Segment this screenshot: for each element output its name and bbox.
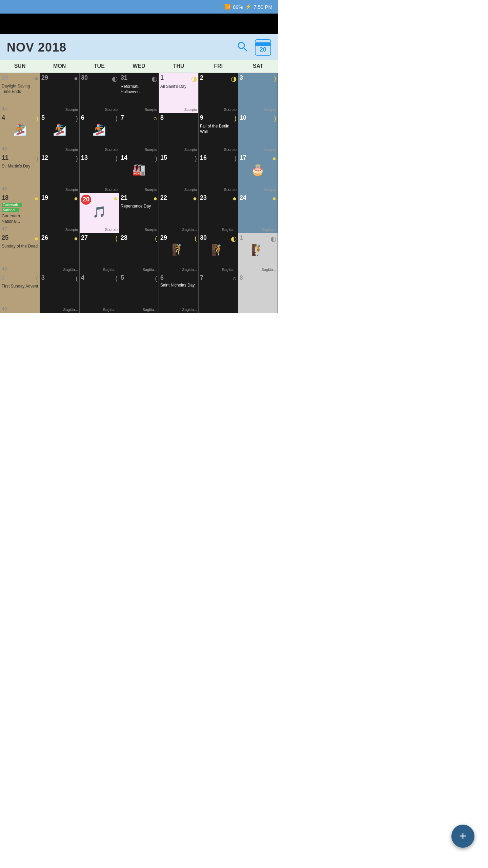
- moon-phase-icon: ●: [74, 75, 78, 82]
- moon-phase-icon: (: [195, 235, 197, 242]
- cell-date: 24: [240, 195, 246, 201]
- zodiac-label: Scorpio: [160, 107, 197, 112]
- cell-date: 5: [121, 275, 124, 281]
- moon-phase-icon: ●: [272, 195, 276, 202]
- cell-date: 18: [2, 195, 8, 201]
- cal-cell-6-w1[interactable]: 6)🏂Scorpio: [80, 113, 119, 153]
- day-headers-row: SUN MON TUE WED THU FRI SAT: [0, 60, 278, 73]
- cal-cell-11-w2[interactable]: 11)St. Martin's Day46: [0, 153, 40, 193]
- zodiac-label: Scorpio: [240, 188, 276, 192]
- day-header-wed: WED: [119, 60, 159, 73]
- cal-cell-5-w5[interactable]: 5(Sagitta...: [119, 273, 159, 313]
- cal-cell-16-w2[interactable]: 16)Scorpio: [199, 153, 238, 193]
- cal-cell-12-w2[interactable]: 12)Scorpio: [40, 153, 80, 193]
- week-number: 49: [2, 306, 7, 312]
- cal-cell-3-w5[interactable]: 3(Sagitta...: [40, 273, 80, 313]
- day-header-fri: FRI: [199, 60, 238, 73]
- moon-phase-icon: ◑: [231, 75, 237, 83]
- zodiac-label: Scorpio: [200, 147, 237, 152]
- cal-cell-26-w4[interactable]: 26●Sagitta...: [40, 233, 80, 273]
- moon-phase-icon: (: [76, 275, 78, 282]
- cal-cell-7-w5[interactable]: 7○: [199, 273, 238, 313]
- cell-date: 19: [41, 195, 48, 201]
- moon-phase-icon: ): [115, 115, 118, 122]
- cal-cell-14-w2[interactable]: 14)🏭Scorpio: [119, 153, 159, 193]
- cal-cell-22-w3[interactable]: 22●Sagitta...: [159, 193, 199, 233]
- cal-cell-1-w4[interactable]: 1◐🧗Sagitta...: [238, 233, 278, 273]
- cal-cell-27-w4[interactable]: 27(Sagitta...: [80, 233, 119, 273]
- cell-date: 1: [160, 75, 164, 81]
- status-bar: 📶 89% ⚡ 7:50 PM: [0, 0, 278, 14]
- cell-date: 3: [41, 275, 45, 281]
- cal-cell-18-w3[interactable]: 18●Gartenarb...National...Gartenarb... N…: [0, 193, 40, 233]
- cell-emoji-icon: 🏂: [41, 123, 78, 136]
- cal-cell-19-w3[interactable]: 19●Scorpio: [40, 193, 80, 233]
- cal-cell-17-w2[interactable]: 17●🎂Scorpio: [238, 153, 278, 193]
- cal-cell-10-w1[interactable]: 10)Scorpio: [238, 113, 278, 153]
- cell-date: 9: [200, 115, 203, 121]
- cell-date: 2: [200, 75, 203, 81]
- moon-phase-icon: ●: [272, 155, 276, 162]
- cal-cell-9-w1[interactable]: 9)Fall of the Berlin WallScorpio: [199, 113, 238, 153]
- cell-emoji-icon: 🎂: [240, 163, 276, 176]
- cal-cell-23-w3[interactable]: 23●Sagitta...: [199, 193, 238, 233]
- moon-phase-icon: (: [115, 235, 118, 242]
- week-number: 46: [2, 186, 7, 192]
- moon-phase-icon: ): [36, 155, 38, 162]
- day-header-thu: THU: [159, 60, 199, 73]
- moon-phase-icon: ): [234, 155, 237, 162]
- cal-cell-6-w5[interactable]: 6Saint Nicholas DaySagitta...: [159, 273, 199, 313]
- moon-phase-icon: ): [274, 75, 276, 82]
- moon-phase-icon: ●: [74, 195, 78, 202]
- cal-cell-4-w1[interactable]: 4)🏂45: [0, 113, 40, 153]
- cal-cell-25-w4[interactable]: 25●Sunday of the Dead48: [0, 233, 40, 273]
- cell-date: 4: [2, 115, 5, 121]
- moon-phase-icon: ◐: [270, 235, 276, 243]
- zodiac-label: Scorpio: [200, 188, 237, 192]
- cal-cell-1-w0[interactable]: 1◑All Saint's DayScorpio: [159, 73, 199, 113]
- cell-event-text: First Sunday Advent: [2, 284, 38, 312]
- today-button[interactable]: 20: [255, 39, 271, 56]
- cal-cell-21-w3[interactable]: 21●Repentance DayScorpio: [119, 193, 159, 233]
- cal-cell-8-w5[interactable]: 8: [238, 273, 278, 313]
- cal-cell-30-w4[interactable]: 30◐🧗Sagitta...: [199, 233, 238, 273]
- cell-event-text: All Saint's Day: [160, 84, 186, 107]
- zodiac-label: Scorpio: [160, 147, 197, 152]
- cal-cell-7-w1[interactable]: 7○Scorpio: [119, 113, 159, 153]
- moon-phase-icon: (: [115, 275, 118, 282]
- zodiac-label: Scorpio: [41, 107, 78, 112]
- zodiac-label: Scorpio: [240, 107, 276, 112]
- moon-phase-icon: ): [274, 115, 276, 122]
- cal-cell-29-w0[interactable]: 29●Scorpio: [40, 73, 80, 113]
- cell-date: 25: [2, 235, 8, 241]
- zodiac-label: Scorpio: [121, 188, 157, 192]
- cal-cell-2-w0[interactable]: 2◑Scorpio: [199, 73, 238, 113]
- cal-cell-29-w4[interactable]: 29(🧗Sagitta...: [159, 233, 199, 273]
- cal-cell-5-w1[interactable]: 5)🏂Scorpio: [40, 113, 80, 153]
- moon-phase-icon: (: [36, 275, 38, 282]
- search-button[interactable]: [237, 41, 248, 55]
- cal-cell-3-w0[interactable]: 3)Scorpio: [238, 73, 278, 113]
- cell-date: 14: [121, 155, 127, 161]
- cell-date: 21: [121, 195, 127, 201]
- cal-cell-24-w3[interactable]: 24●Sagitta...: [238, 193, 278, 233]
- zodiac-label: Scorpio: [41, 228, 78, 232]
- cal-cell-20-w3[interactable]: 20●🎵Scorpio: [80, 193, 119, 233]
- moon-phase-icon: ○: [232, 275, 237, 282]
- notification-bar: [0, 14, 278, 34]
- cal-cell-15-w2[interactable]: 15)Scorpio: [159, 153, 199, 193]
- cal-cell-28-w4[interactable]: 28(Sagitta...: [119, 233, 159, 273]
- cal-cell-13-w2[interactable]: 13)Scorpio: [80, 153, 119, 193]
- cell-date: 1: [240, 235, 243, 241]
- moon-phase-icon: (: [155, 235, 157, 242]
- cal-cell-28-w0[interactable]: 28●Daylight Saving Time Ends44: [0, 73, 40, 113]
- signal-icon: 📶: [224, 4, 231, 10]
- cal-cell-4-w5[interactable]: 4(Sagitta...: [80, 273, 119, 313]
- cal-cell-31-w0[interactable]: 31◐Reformati... HalloweenScorpio: [119, 73, 159, 113]
- cal-cell-8-w1[interactable]: 8Scorpio: [159, 113, 199, 153]
- zodiac-label: Sagitta...: [240, 228, 276, 232]
- cal-cell-30-w0[interactable]: 30◐Scorpio: [80, 73, 119, 113]
- cal-cell-2-w5[interactable]: 2(First Sunday Advent49: [0, 273, 40, 313]
- month-year-title: NOV 2018: [7, 40, 66, 55]
- cell-event-text: Repentance Day: [121, 204, 151, 228]
